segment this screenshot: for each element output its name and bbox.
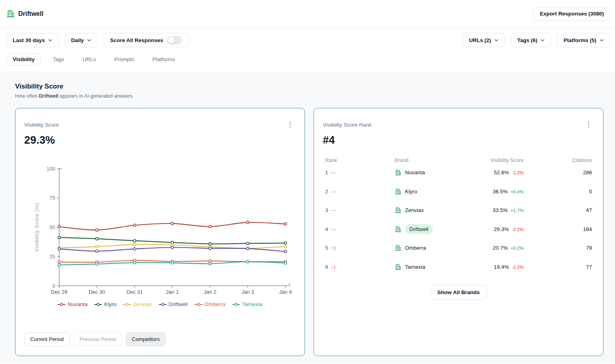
legend-item-tarnexia[interactable]: Tarnexia — [232, 301, 262, 307]
export-responses-button[interactable]: Export Responses (3080) — [534, 7, 610, 21]
date-range-dropdown[interactable]: Last 30 days — [6, 33, 59, 47]
tab-tags[interactable]: Tags — [46, 53, 71, 65]
building-icon — [395, 226, 401, 233]
rank-cell: 1— — [325, 169, 395, 175]
brand-cell: Zenviax — [395, 207, 450, 214]
rank-table: RankBrandVisibility ScoreCitations 1—Nuv… — [323, 157, 594, 276]
tab-visibility[interactable]: Visibility — [6, 53, 41, 65]
tags-filter-dropdown[interactable]: Tags (6) — [511, 33, 551, 47]
subtitle-suffix: appears in AI-generated answers — [58, 93, 133, 99]
brand-name-highlighted: Driftwell — [405, 224, 433, 234]
platforms-filter-label: Platforms (5) — [563, 37, 596, 43]
legend-label: Zenviax — [133, 301, 152, 307]
granularity-dropdown[interactable]: Daily — [65, 33, 98, 47]
column-header-brand: Brand — [395, 157, 450, 163]
chevron-down-icon — [48, 38, 52, 42]
tab-urls[interactable]: URLs — [76, 53, 102, 65]
rank-table-row[interactable]: 3—Zenviax33.5%+1.7%47 — [323, 201, 594, 220]
rank-number: 3 — [325, 207, 328, 213]
svg-text:100: 100 — [46, 166, 55, 172]
rank-table-row[interactable]: 6↓1Tarnexia19.4%-1.2%77 — [323, 258, 594, 277]
tab-platforms[interactable]: Platforms — [146, 53, 181, 65]
app-header: Driftwell Export Responses (3080) — [0, 0, 615, 28]
visibility-score-cell: 52.8%-1.2% — [450, 169, 524, 175]
legend-item-zenviax[interactable]: Zenviax — [123, 301, 152, 307]
brand-cell: Nuvanta — [395, 169, 450, 176]
rank-change-indicator: ↓1 — [331, 265, 336, 270]
svg-text:Jan 2: Jan 2 — [204, 289, 216, 295]
rank-number: 4 — [325, 226, 328, 232]
rank-change-indicator: — — [331, 189, 336, 195]
platforms-filter-dropdown[interactable]: Platforms (5) — [557, 33, 610, 47]
column-header-rank: Rank — [325, 157, 395, 163]
chevron-down-icon — [600, 38, 604, 42]
rank-change-indicator: — — [331, 170, 336, 175]
rank-cell: 4— — [325, 226, 395, 232]
tab-prompts[interactable]: Prompts — [108, 53, 141, 65]
building-icon — [395, 188, 401, 195]
column-header-visibility-score: Visibility Score — [450, 157, 524, 163]
card-title: Visibility Score Rank — [323, 122, 372, 128]
citations-cell: 0 — [524, 189, 592, 195]
rank-table-row[interactable]: 1—Nuvanta52.8%-1.2%286 — [323, 163, 594, 182]
kebab-menu-icon[interactable]: ⋮ — [583, 122, 594, 127]
building-icon — [395, 169, 401, 176]
kebab-menu-icon[interactable]: ⋮ — [284, 122, 296, 127]
granularity-label: Daily — [71, 37, 84, 43]
building-icon — [395, 207, 401, 214]
legend-item-klyro[interactable]: Klyro — [94, 301, 116, 307]
brand-cell: Driftwell — [395, 224, 450, 234]
visibility-rank-card: Visibility Score Rank ⋮ #4 RankBrandVisi… — [314, 108, 603, 356]
brand-cell: Tarnexia — [395, 264, 450, 270]
score-delta: +0.2% — [511, 246, 524, 250]
legend-label: Driftwell — [169, 301, 188, 307]
score-value: 33.5% — [493, 207, 508, 213]
toggle-knob — [168, 37, 175, 44]
score-all-responses-toggle[interactable] — [167, 36, 182, 44]
page-subtitle: How often Driftwell appears in AI-genera… — [15, 93, 603, 99]
legend-item-nuvanta[interactable]: Nuvanta — [58, 301, 87, 307]
rank-number: 6 — [325, 264, 328, 270]
brand-title: Driftwell — [18, 10, 43, 17]
building-icon — [395, 264, 401, 270]
rank-table-row[interactable]: 4—Driftwell29.3%-2.2%164 — [323, 220, 594, 239]
current-period-button[interactable]: Current Period — [24, 332, 70, 346]
citations-cell: 164 — [524, 226, 592, 232]
score-value: 29.3% — [494, 226, 509, 232]
chevron-down-icon — [87, 38, 91, 42]
building-icon — [395, 245, 401, 251]
visibility-score-cell: 33.5%+1.7% — [450, 207, 524, 213]
brand: Driftwell — [6, 10, 43, 18]
legend-marker-icon — [232, 302, 240, 306]
brand-name: Omberra — [405, 245, 426, 251]
rank-table-row[interactable]: 2—Klyro36.5%+0.4%0 — [323, 182, 594, 201]
column-header-citations: Citations — [524, 157, 592, 163]
svg-text:Dec 30: Dec 30 — [89, 289, 105, 295]
legend-label: Tarnexia — [242, 301, 262, 307]
brand-name: Tarnexia — [405, 264, 425, 270]
score-delta: +0.4% — [511, 189, 524, 194]
brand-cell: Omberra — [395, 245, 450, 251]
rank-table-row[interactable]: 5↑1Omberra20.7%+0.2%79 — [323, 239, 594, 258]
score-delta: -1.2% — [512, 265, 524, 270]
svg-text:Visibility Score (%): Visibility Score (%) — [34, 203, 40, 252]
svg-text:Dec 31: Dec 31 — [126, 289, 143, 295]
brand-name: Klyro — [405, 189, 417, 195]
legend-item-omberra[interactable]: Omberra — [195, 301, 226, 307]
svg-text:50: 50 — [50, 224, 55, 230]
svg-text:0: 0 — [52, 283, 55, 289]
score-delta: +1.7% — [511, 208, 524, 213]
score-delta: -2.2% — [512, 227, 524, 232]
legend-item-driftwell[interactable]: Driftwell — [159, 301, 188, 307]
chevron-down-icon — [540, 38, 545, 42]
svg-text:25: 25 — [50, 254, 55, 260]
svg-text:Jan 1: Jan 1 — [166, 289, 179, 295]
citations-cell: 79 — [524, 245, 592, 251]
previous-period-button[interactable]: Previous Period — [74, 332, 122, 346]
show-all-brands-button[interactable]: Show All Brands — [430, 285, 487, 300]
urls-filter-dropdown[interactable]: URLs (2) — [463, 33, 505, 47]
brand-name: Zenviax — [405, 207, 424, 213]
score-value: 19.4% — [494, 264, 509, 270]
score-value: 36.5% — [493, 189, 508, 195]
competitors-button[interactable]: Competitors — [126, 332, 166, 346]
